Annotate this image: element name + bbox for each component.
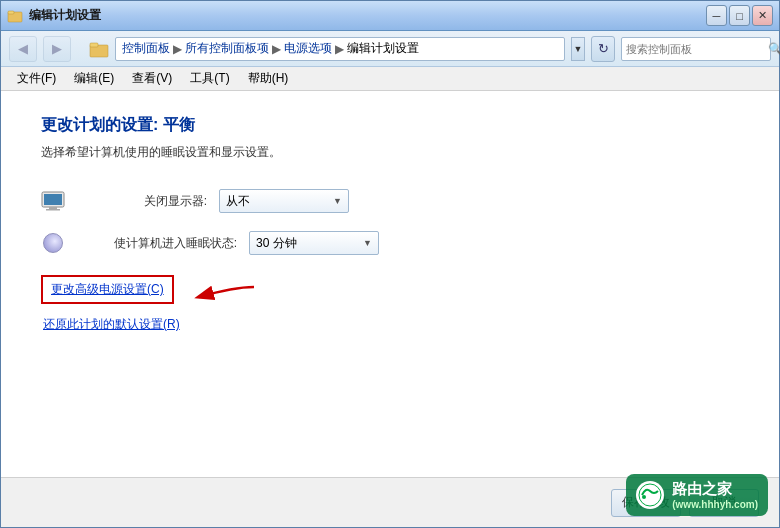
breadcrumb-power[interactable]: 电源选项 bbox=[284, 40, 332, 57]
refresh-button[interactable]: ↻ bbox=[591, 36, 615, 62]
breadcrumb-allitems[interactable]: 所有控制面板项 bbox=[185, 40, 269, 57]
sleep-dropdown[interactable]: 30 分钟 ▼ bbox=[249, 231, 379, 255]
monitor-icon bbox=[41, 189, 65, 213]
svg-rect-3 bbox=[90, 43, 98, 47]
main-content: 更改计划的设置: 平衡 选择希望计算机使用的睡眠设置和显示设置。 关闭显示器: bbox=[1, 91, 779, 527]
reset-plan-link[interactable]: 还原此计划的默认设置(R) bbox=[43, 316, 739, 333]
search-icon[interactable]: 🔍 bbox=[768, 41, 780, 57]
window-icon bbox=[7, 8, 23, 24]
svg-rect-6 bbox=[49, 207, 57, 209]
back-button[interactable]: ◀ bbox=[9, 36, 37, 62]
menu-help[interactable]: 帮助(H) bbox=[240, 68, 297, 89]
display-off-label: 关闭显示器: bbox=[77, 193, 207, 210]
sleep-label: 使计算机进入睡眠状态: bbox=[77, 235, 237, 252]
menu-view[interactable]: 查看(V) bbox=[124, 68, 180, 89]
forward-button[interactable]: ▶ bbox=[43, 36, 71, 62]
dropdown-arrow-display: ▼ bbox=[333, 196, 342, 206]
svg-point-10 bbox=[642, 495, 646, 499]
watermark-logo bbox=[636, 481, 664, 509]
svg-rect-7 bbox=[46, 209, 60, 211]
breadcrumb-current: 编辑计划设置 bbox=[347, 40, 419, 57]
svg-rect-1 bbox=[8, 11, 14, 14]
search-input[interactable] bbox=[626, 43, 764, 55]
breadcrumb-controlpanel[interactable]: 控制面板 bbox=[122, 40, 170, 57]
breadcrumb-bar: 控制面板 ▶ 所有控制面板项 ▶ 电源选项 ▶ 编辑计划设置 bbox=[115, 37, 565, 61]
watermark-brand: 路由之家 bbox=[672, 480, 758, 499]
advanced-power-link[interactable]: 更改高级电源设置(C) bbox=[41, 275, 174, 304]
addressbar-folder-icon bbox=[89, 40, 109, 58]
menubar: 文件(F) 编辑(E) 查看(V) 工具(T) 帮助(H) bbox=[1, 67, 779, 91]
links-section: 更改高级电源设置(C) 还原此计划的默认设置(R) bbox=[41, 275, 739, 333]
window-controls: ─ □ ✕ bbox=[706, 5, 773, 26]
sleep-icon bbox=[41, 231, 65, 255]
titlebar: 编辑计划设置 ─ □ ✕ bbox=[1, 1, 779, 31]
window-title: 编辑计划设置 bbox=[29, 7, 101, 24]
watermark-url: (www.hhhyh.com) bbox=[672, 499, 758, 510]
search-box: 🔍 bbox=[621, 37, 771, 61]
menu-tools[interactable]: 工具(T) bbox=[182, 68, 237, 89]
page-description: 选择希望计算机使用的睡眠设置和显示设置。 bbox=[41, 144, 739, 161]
minimize-button[interactable]: ─ bbox=[706, 5, 727, 26]
content-panel: 更改计划的设置: 平衡 选择希望计算机使用的睡眠设置和显示设置。 关闭显示器: bbox=[1, 91, 779, 477]
addressbar: ◀ ▶ 控制面板 ▶ 所有控制面板项 ▶ 电源选项 ▶ 编辑计划设置 ▼ ↻ bbox=[1, 31, 779, 67]
svg-rect-5 bbox=[44, 194, 62, 205]
display-off-dropdown[interactable]: 从不 ▼ bbox=[219, 189, 349, 213]
close-button[interactable]: ✕ bbox=[752, 5, 773, 26]
menu-edit[interactable]: 编辑(E) bbox=[66, 68, 122, 89]
maximize-button[interactable]: □ bbox=[729, 5, 750, 26]
page-title: 更改计划的设置: 平衡 bbox=[41, 115, 739, 136]
arrow-annotation bbox=[184, 279, 264, 309]
display-off-row: 关闭显示器: 从不 ▼ bbox=[41, 189, 739, 213]
sleep-row: 使计算机进入睡眠状态: 30 分钟 ▼ bbox=[41, 231, 739, 255]
dropdown-arrow-sleep: ▼ bbox=[363, 238, 372, 248]
breadcrumb-dropdown-button[interactable]: ▼ bbox=[571, 37, 585, 61]
menu-file[interactable]: 文件(F) bbox=[9, 68, 64, 89]
watermark: 路由之家 (www.hhhyh.com) bbox=[626, 474, 768, 516]
